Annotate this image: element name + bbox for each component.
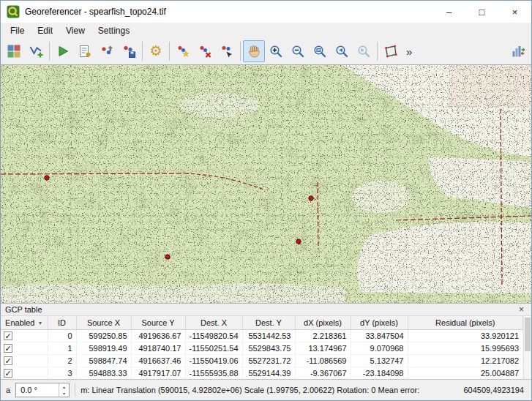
load-gcp-icon [100, 44, 114, 59]
cell-dx: -11.086569 [295, 354, 351, 367]
status-bar: a 0.0 ° ▴ ▾ m: Linear Translation (59001… [1, 379, 531, 400]
col-dest-y[interactable]: Dest. Y [242, 316, 295, 329]
cell-source-x[interactable]: 598919.49 [76, 342, 131, 354]
transformation-settings-button[interactable]: ⚙ [145, 40, 167, 62]
menu-edit[interactable]: Edit [31, 24, 59, 37]
gcp-table: Enabled▼ ID Source X Source Y Dest. X De… [1, 316, 523, 379]
spin-up-icon[interactable]: ▴ [59, 383, 69, 390]
toolbar-separator [240, 42, 241, 61]
window-title: Georeferencer - spearfish_topo24.tif [25, 7, 432, 17]
cell-dy: 9.070968 [351, 342, 408, 354]
cell-id[interactable]: 0 [48, 329, 76, 342]
gcp-point-marker [45, 176, 49, 180]
start-georeferencing-button[interactable] [52, 40, 74, 62]
gcp-enabled-checkbox[interactable]: ✓ [4, 369, 12, 378]
cell-source-x[interactable]: 594883.33 [76, 367, 131, 379]
col-enabled-label: Enabled [5, 318, 34, 327]
col-source-y[interactable]: Source Y [131, 316, 185, 329]
save-gcp-points-button[interactable] [118, 40, 140, 62]
zoom-to-layer-icon [312, 44, 327, 59]
toolbar: ⚙ [1, 38, 531, 65]
zoom-in-icon [269, 44, 283, 59]
full-histogram-stretch-button[interactable] [507, 40, 529, 62]
cell-dest-x[interactable]: -11555935.88 [185, 367, 242, 379]
col-dy[interactable]: dY (pixels) [351, 316, 408, 329]
zoom-next-button[interactable] [353, 40, 375, 62]
gcp-panel-title: GCP table [5, 305, 42, 314]
cell-enabled: ✓ [1, 329, 48, 342]
link-georeferencer-to-qgis-button[interactable] [380, 40, 402, 62]
menu-settings[interactable]: Settings [91, 24, 136, 37]
zoom-out-button[interactable] [287, 40, 309, 62]
menu-bar: File Edit View Settings [1, 23, 531, 38]
cell-dest-x[interactable]: -11550419.06 [185, 354, 242, 367]
open-vector-button[interactable] [25, 40, 47, 62]
zoom-in-button[interactable] [265, 40, 287, 62]
col-id[interactable]: ID [48, 316, 76, 329]
close-button[interactable]: × [498, 1, 531, 23]
table-scrollbar[interactable] [523, 316, 531, 379]
spin-down-icon[interactable]: ▾ [59, 390, 69, 397]
add-point-button[interactable] [172, 40, 194, 62]
gcp-enabled-checkbox[interactable]: ✓ [4, 331, 12, 340]
gcp-enabled-checkbox[interactable]: ✓ [4, 344, 12, 353]
delete-point-button[interactable] [194, 40, 216, 62]
cell-residual: 25.004887 [408, 367, 523, 379]
cell-source-y[interactable]: 4917917.07 [131, 367, 185, 379]
gcp-row-3: ✓ 3 594883.33 4917917.07 -11555935.88 55… [1, 367, 523, 379]
cell-source-x[interactable]: 598847.74 [76, 354, 131, 367]
cell-dest-y[interactable]: 5527231.72 [242, 354, 295, 367]
panel-close-icon[interactable]: × [516, 304, 527, 315]
load-gcp-points-button[interactable] [96, 40, 118, 62]
gcp-panel-header[interactable]: GCP table × [1, 303, 531, 316]
minimize-button[interactable]: – [432, 1, 465, 23]
col-enabled[interactable]: Enabled▼ [1, 316, 48, 329]
cell-dest-y[interactable]: 5531442.53 [242, 329, 295, 342]
histogram-toolbar [507, 40, 529, 62]
cell-id[interactable]: 3 [48, 367, 76, 379]
generate-gdal-script-button[interactable] [74, 40, 96, 62]
maximize-button[interactable]: □ [465, 1, 498, 23]
title-bar: Georeferencer - spearfish_topo24.tif – □… [1, 1, 531, 23]
zoom-last-button[interactable] [331, 40, 353, 62]
cell-dest-y[interactable]: 5529843.75 [242, 342, 295, 354]
georeferencer-window: Georeferencer - spearfish_topo24.tif – □… [0, 0, 532, 401]
cell-source-y[interactable]: 4916637.46 [131, 354, 185, 367]
cell-dest-x[interactable]: -11549820.54 [185, 329, 242, 342]
cell-source-y[interactable]: 4919636.67 [131, 329, 185, 342]
cell-residual: 33.920121 [408, 329, 523, 342]
cell-dest-y[interactable]: 5529144.39 [242, 367, 295, 379]
col-dx[interactable]: dX (pixels) [295, 316, 351, 329]
col-source-x[interactable]: Source X [76, 316, 131, 329]
cell-source-x[interactable]: 599250.85 [76, 329, 131, 342]
menu-view[interactable]: View [59, 24, 91, 37]
map-canvas[interactable] [1, 65, 531, 303]
menu-file[interactable]: File [4, 24, 31, 37]
col-residual[interactable]: Residual (pixels) [408, 316, 523, 329]
gcp-row-0: ✓ 0 599250.85 4919636.67 -11549820.54 55… [1, 329, 523, 342]
scrollbar-thumb[interactable] [525, 318, 531, 351]
cell-residual: 12.217082 [408, 354, 523, 367]
toolbar-separator [377, 42, 378, 61]
cell-id[interactable]: 2 [48, 354, 76, 367]
pan-button[interactable] [243, 40, 265, 62]
col-dest-x[interactable]: Dest. X [185, 316, 242, 329]
gcp-enabled-checkbox[interactable]: ✓ [4, 356, 12, 365]
toolbar-overflow-chevron[interactable]: » [402, 45, 416, 58]
play-icon [56, 44, 70, 59]
zoom-to-layer-button[interactable] [309, 40, 331, 62]
filter-dropdown-icon[interactable]: ▼ [37, 321, 42, 326]
gcp-row-2: ✓ 2 598847.74 4916637.46 -11550419.06 55… [1, 354, 523, 367]
open-raster-button[interactable] [3, 40, 25, 62]
gcp-point-marker [165, 255, 170, 259]
cell-id[interactable]: 1 [48, 342, 76, 354]
zoom-next-icon [356, 44, 371, 59]
cell-dx: 13.174967 [295, 342, 351, 354]
cell-dest-x[interactable]: -11550251.54 [185, 342, 242, 354]
rotation-spinbox[interactable]: 0.0 ° ▴ ▾ [15, 383, 70, 397]
toolbar-separator [49, 42, 50, 61]
rotation-value[interactable]: 0.0 ° [16, 386, 59, 394]
cell-source-y[interactable]: 4918740.17 [131, 342, 185, 354]
move-point-button[interactable] [216, 40, 238, 62]
pan-hand-icon [247, 44, 261, 59]
